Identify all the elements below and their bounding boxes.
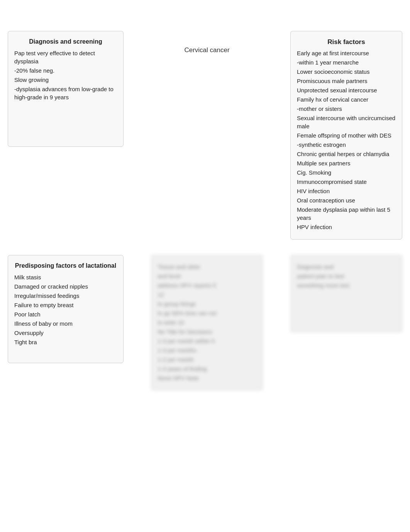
risk-item-13: Immunocompromised state [297,178,396,186]
predisposing-title: Predisposing factors of lactational [14,262,117,269]
diagnosis-item-1: -20% false neg. [14,66,117,75]
blurred-line-5: to go 90% time can ner [158,309,256,318]
risk-item-0: Early age at first intercourse [297,49,396,57]
page-container: Diagnosis and screening Pap test very ef… [0,0,410,532]
predisposing-item-4: Poor latch [14,310,117,318]
blurred-line-1: and level [158,272,256,281]
blurred-right-line-2: something more test [297,281,396,290]
risk-card: Risk factors Early age at first intercou… [290,31,402,240]
diagnosis-item-0: Pap test very effective to detect dyspla… [14,49,117,65]
blurred-right-line-0: Diagnosis and [297,262,396,272]
diagnosis-title: Diagnosis and screening [14,38,117,45]
risk-item-2: Lower socioeconomic status [297,68,396,76]
predisposing-item-5: Illness of baby or mom [14,320,117,328]
cervical-cancer-title: Cervical cancer [184,46,229,54]
blurred-line-12: None HPV Note [158,374,256,383]
blurred-right-content: Diagnosis and patient pain to test somet… [297,262,396,290]
predisposing-item-7: Tight bra [14,338,117,346]
blurred-line-4: to group things [158,299,256,309]
top-row: Diagnosis and screening Pap test very ef… [8,31,402,240]
risk-item-7: Sexual intercourse with uncircumcised ma… [297,114,396,130]
diagnosis-item-3: -dysplasia advances from low-grade to hi… [14,85,117,101]
diagnosis-content: Pap test very effective to detect dyspla… [14,49,117,101]
blurred-line-9: 1-3 per months [158,346,256,355]
risk-item-17: HPV infection [297,223,396,231]
risk-title: Risk factors [297,38,396,46]
blurred-line-2: address HPV reports 5 [158,281,256,290]
blurred-right-line-1: patient pain to test [297,272,396,281]
center-section: Cervical cancer [127,31,286,54]
risk-content: Early age at first intercourse -within 1… [297,49,396,231]
blurred-right-card: Diagnosis and patient pain to test somet… [290,255,402,332]
predisposing-item-2: Irregular/missed feedings [14,292,117,300]
risk-item-8: Female offspring of mother with DES [297,131,396,139]
risk-item-3: Promiscuous male partners [297,77,396,85]
risk-item-11: Multiple sex partners [297,159,396,167]
risk-item-1: -within 1 year menarche [297,58,396,66]
blurred-line-7: No Title for Decisions [158,327,256,337]
risk-item-15: Oral contraception use [297,196,396,204]
risk-item-4: Unprotected sexual intercourse [297,86,396,94]
predisposing-item-1: Damaged or cracked nipples [14,282,117,291]
risk-item-12: Cig. Smoking [297,168,396,177]
blurred-center-content: Tissue and other and level address HPV r… [158,262,256,383]
predisposing-item-3: Failure to empty breast [14,301,117,309]
blurred-line-11: 1-3 years of finding [158,364,256,374]
blurred-line-3: 12 [158,290,256,299]
risk-item-14: HIV infection [297,187,396,195]
blurred-line-8: 1-3 per month within 5 [158,337,256,346]
blurred-line-10: 1-2 per month [158,355,256,364]
risk-item-9: -synthetic estrogen [297,141,396,149]
predisposing-content: Milk stasis Damaged or cracked nipples I… [14,273,117,346]
predisposing-item-6: Oversupply [14,329,117,337]
predisposing-card: Predisposing factors of lactational Milk… [8,255,124,363]
blurred-line-6: to write 10 [158,318,256,327]
blurred-line-0: Tissue and other [158,262,256,272]
blurred-center-card: Tissue and other and level address HPV r… [151,255,263,390]
bottom-row: Predisposing factors of lactational Milk… [8,255,402,390]
risk-item-16: Moderate dysplasia pap within last 5 yea… [297,206,396,222]
risk-item-6: -mother or sisters [297,105,396,113]
predisposing-item-0: Milk stasis [14,273,117,281]
diagnosis-card: Diagnosis and screening Pap test very ef… [8,31,124,147]
risk-item-10: Chronic gential herpes or chlamydia [297,150,396,158]
risk-item-5: Family hx of cervical cancer [297,95,396,104]
diagnosis-item-2: Slow growing [14,76,117,84]
